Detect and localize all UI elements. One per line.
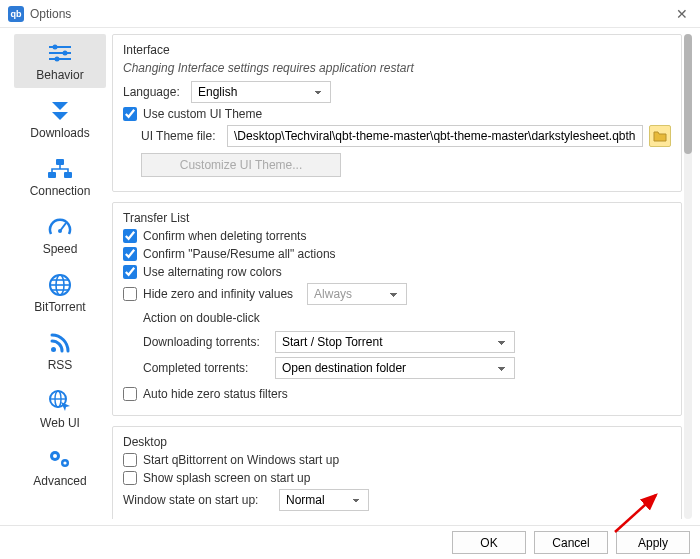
window-state-select[interactable]: Normal xyxy=(279,489,369,511)
window-title: Options xyxy=(30,7,672,21)
completed-action-select[interactable]: Open destination folder xyxy=(275,357,515,379)
sidebar-item-label: Connection xyxy=(30,184,91,198)
sidebar-item-connection[interactable]: Connection xyxy=(14,150,106,204)
hide-zero-checkbox[interactable] xyxy=(123,287,137,301)
sidebar-item-behavior[interactable]: Behavior xyxy=(14,34,106,88)
language-label: Language: xyxy=(123,85,185,99)
sidebar-item-rss[interactable]: RSS xyxy=(14,324,106,378)
sidebar: Behavior Downloads Connection Speed BitT… xyxy=(0,28,110,525)
globe-pointer-icon xyxy=(45,388,75,414)
folder-icon xyxy=(653,130,667,142)
gauge-icon xyxy=(45,214,75,240)
download-icon xyxy=(45,98,75,124)
confirm-delete-checkbox[interactable] xyxy=(123,229,137,243)
browse-folder-button[interactable] xyxy=(649,125,671,147)
sidebar-item-label: Behavior xyxy=(36,68,83,82)
dialog-footer: OK Cancel Apply xyxy=(0,525,700,559)
sidebar-item-bittorrent[interactable]: BitTorrent xyxy=(14,266,106,320)
apply-button[interactable]: Apply xyxy=(616,531,690,554)
start-on-windows-label: Start qBittorrent on Windows start up xyxy=(143,453,339,467)
sidebar-item-label: Web UI xyxy=(40,416,80,430)
svg-point-22 xyxy=(53,454,57,458)
interface-note: Changing Interface settings requires app… xyxy=(123,61,671,75)
svg-rect-7 xyxy=(48,172,56,178)
scrollbar[interactable] xyxy=(684,34,692,519)
theme-file-label: UI Theme file: xyxy=(141,129,221,143)
svg-rect-8 xyxy=(64,172,72,178)
sidebar-item-label: BitTorrent xyxy=(34,300,85,314)
confirm-delete-label: Confirm when deleting torrents xyxy=(143,229,306,243)
alt-rows-label: Use alternating row colors xyxy=(143,265,282,279)
hide-zero-mode-select[interactable]: Always xyxy=(307,283,407,305)
confirm-pause-label: Confirm "Pause/Resume all" actions xyxy=(143,247,336,261)
sidebar-item-speed[interactable]: Speed xyxy=(14,208,106,262)
language-select[interactable]: English xyxy=(191,81,331,103)
customize-theme-button[interactable]: Customize UI Theme... xyxy=(141,153,341,177)
network-icon xyxy=(45,156,75,182)
auto-hide-zero-label: Auto hide zero status filters xyxy=(143,387,288,401)
globe-icon xyxy=(45,272,75,298)
group-desktop: Desktop Start qBittorrent on Windows sta… xyxy=(112,426,682,519)
group-title: Transfer List xyxy=(123,211,671,225)
downloading-label: Downloading torrents: xyxy=(143,335,269,349)
sidebar-item-label: RSS xyxy=(48,358,73,372)
titlebar: qb Options ✕ xyxy=(0,0,700,28)
sidebar-item-label: Downloads xyxy=(30,126,89,140)
scrollbar-thumb[interactable] xyxy=(684,34,692,154)
action-dblclick-title: Action on double-click xyxy=(143,311,671,325)
svg-point-5 xyxy=(55,57,60,62)
group-title: Interface xyxy=(123,43,671,57)
sidebar-item-webui[interactable]: Web UI xyxy=(14,382,106,436)
downloading-action-select[interactable]: Start / Stop Torrent xyxy=(275,331,515,353)
group-transfer-list: Transfer List Confirm when deleting torr… xyxy=(112,202,682,416)
group-interface: Interface Changing Interface settings re… xyxy=(112,34,682,192)
rss-icon xyxy=(45,330,75,356)
ok-button[interactable]: OK xyxy=(452,531,526,554)
sidebar-item-advanced[interactable]: Advanced xyxy=(14,440,106,494)
svg-point-4 xyxy=(63,51,68,56)
close-icon[interactable]: ✕ xyxy=(672,6,692,22)
theme-file-input[interactable] xyxy=(227,125,643,147)
confirm-pause-checkbox[interactable] xyxy=(123,247,137,261)
alt-rows-checkbox[interactable] xyxy=(123,265,137,279)
cancel-button[interactable]: Cancel xyxy=(534,531,608,554)
svg-rect-6 xyxy=(56,159,64,165)
content-panel: Interface Changing Interface settings re… xyxy=(112,34,682,519)
sidebar-item-downloads[interactable]: Downloads xyxy=(14,92,106,146)
app-icon: qb xyxy=(8,6,24,22)
hide-zero-label: Hide zero and infinity values xyxy=(143,287,293,301)
svg-point-10 xyxy=(58,229,62,233)
use-custom-theme-checkbox[interactable] xyxy=(123,107,137,121)
group-title: Desktop xyxy=(123,435,671,449)
svg-point-23 xyxy=(63,461,66,464)
sidebar-item-label: Speed xyxy=(43,242,78,256)
use-custom-theme-label: Use custom UI Theme xyxy=(143,107,262,121)
sidebar-item-label: Advanced xyxy=(33,474,86,488)
window-state-label: Window state on start up: xyxy=(123,493,273,507)
completed-label: Completed torrents: xyxy=(143,361,269,375)
splash-label: Show splash screen on start up xyxy=(143,471,310,485)
svg-point-16 xyxy=(51,347,56,352)
svg-point-3 xyxy=(53,45,58,50)
sliders-icon xyxy=(45,40,75,66)
splash-checkbox[interactable] xyxy=(123,471,137,485)
start-on-windows-checkbox[interactable] xyxy=(123,453,137,467)
auto-hide-zero-checkbox[interactable] xyxy=(123,387,137,401)
gears-icon xyxy=(45,446,75,472)
